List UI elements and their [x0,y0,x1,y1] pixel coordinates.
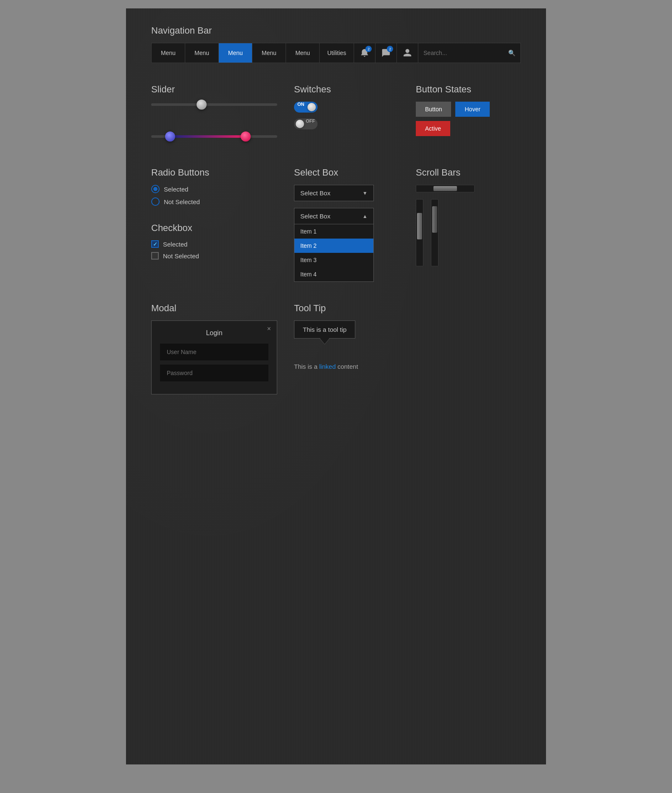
select-item-3[interactable]: Item 3 [294,253,373,267]
radio-not-selected-label: Not Selected [164,198,200,205]
switch-row-off: OFF [294,118,399,129]
switch-off-knob [296,120,304,128]
nav-notifications-btn[interactable]: 2 [354,43,375,63]
tooltip-text: This is a tool tip [303,326,346,333]
scrollbar-vertical-track-2[interactable] [431,199,438,266]
modal-section: Modal × Login [151,303,277,394]
nav-title: Navigation Bar [151,25,521,36]
slider-fill-range [170,135,246,138]
scrollbar-vertical-track-1[interactable] [416,199,423,266]
slider-section: Slider [151,84,277,146]
switch-off[interactable]: OFF [294,118,318,129]
nav-search-area: 🔍 [418,43,520,63]
select-section: Select Box Select Box ▼ Select Box ▲ Ite… [294,167,399,282]
slider-thumb-right[interactable] [241,131,251,142]
nav-section: Navigation Bar Menu Menu Menu Menu Menu … [151,25,521,63]
select-item-4[interactable]: Item 4 [294,267,373,281]
switches-title: Switches [294,84,399,95]
slider-track-2[interactable] [151,135,277,138]
radio-selected-label: Selected [164,186,188,193]
button-states-section: Button States Button Hover Active [416,84,521,146]
tooltip-text-after: content [337,363,358,370]
checkmark-icon: ✓ [153,241,158,247]
modal-box: × Login [151,320,277,394]
switch-off-label: OFF [306,118,315,123]
radio-selected[interactable] [151,185,160,193]
checkbox-row-not-selected: Not Selected [151,252,277,260]
switch-row-on: ON [294,102,399,113]
search-icon[interactable]: 🔍 [508,50,515,56]
btn-default[interactable]: Button [416,102,451,117]
checkbox-row-selected: ✓ Selected [151,240,277,248]
select-dropdown-header[interactable]: Select Box ▲ [294,208,373,224]
search-input[interactable] [423,50,505,56]
checkbox-selected-label: Selected [163,241,187,248]
slider-thumb-left[interactable] [165,131,175,142]
slider-track-1[interactable] [151,103,277,106]
scrollbar-vertical-thumb-1[interactable] [417,213,422,239]
btn-row: Button Hover Active [416,102,521,136]
switch-on[interactable]: ON [294,102,318,113]
tooltip-section: Tool Tip This is a tool tip This is a li… [294,303,399,394]
modal-close-button[interactable]: × [267,325,271,333]
modal-heading: Login [160,329,268,337]
nav-menu-1[interactable]: Menu [152,43,185,63]
scrollbars-section: Scroll Bars [416,167,521,282]
modal-username-input[interactable] [160,344,268,360]
select-item-1[interactable]: Item 1 [294,224,373,239]
messages-badge: 2 [387,46,393,52]
radio-title: Radio Buttons [151,167,277,178]
select-arrow-up-icon: ▲ [362,213,368,219]
tooltip-content: This is a linked content [294,363,399,370]
radio-row-selected: Selected [151,185,277,193]
tooltip-link[interactable]: linked [319,363,336,370]
content-grid: Slider Switches ON [151,84,521,394]
btn-hover[interactable]: Hover [455,102,489,117]
checkbox-not-selected[interactable] [151,252,159,260]
slider-title: Slider [151,84,277,95]
modal-title-label: Modal [151,303,277,314]
nav-menu-4[interactable]: Menu [252,43,286,63]
radio-row-not-selected: Not Selected [151,197,277,206]
radio-inner-selected [153,187,158,191]
messages-icon-btn[interactable]: 2 [381,48,391,58]
scrollbar-horizontal-track[interactable] [416,185,475,192]
notifications-badge: 2 [365,46,372,52]
slider-fill-1 [151,103,202,106]
user-icon [403,48,412,58]
select-arrow-down-icon: ▼ [362,190,368,196]
tooltip-title: Tool Tip [294,303,399,314]
radio-not-selected[interactable] [151,197,160,206]
tooltip-box: This is a tool tip [294,320,355,339]
switch-on-knob [307,103,316,111]
switches-section: Switches ON OFF [294,84,399,146]
select-item-2[interactable]: Item 2 [294,239,373,253]
nav-menu-3[interactable]: Menu [219,43,252,63]
nav-utilities: Utilities [320,43,354,63]
nav-menu-5[interactable]: Menu [286,43,320,63]
tooltip-text-before: This is a [294,363,318,370]
tooltip-arrow-icon [320,339,330,344]
slider-thumb-1[interactable] [197,100,207,110]
select-dropdown: Select Box ▲ Item 1 Item 2 Item 3 Item 4 [294,208,374,282]
btn-active[interactable]: Active [416,121,450,136]
select-title: Select Box [294,167,399,178]
checkbox-selected[interactable]: ✓ [151,240,159,248]
notifications-icon-btn[interactable]: 2 [360,48,369,58]
nav-user-btn[interactable] [397,43,418,63]
select-box-value: Select Box [300,189,331,197]
radio-section: Radio Buttons Selected Not Selected Chec… [151,167,277,282]
scrollbars-title: Scroll Bars [416,167,521,178]
switch-on-label: ON [297,102,304,107]
modal-password-input[interactable] [160,365,268,381]
scrollbar-vertical-thumb-2[interactable] [432,206,437,233]
checkbox-not-selected-label: Not Selected [163,252,199,260]
button-states-title: Button States [416,84,521,95]
nav-messages-btn[interactable]: 2 [375,43,397,63]
scrollbar-horizontal-thumb[interactable] [433,186,457,191]
navbar: Menu Menu Menu Menu Menu Utilities [151,43,521,63]
checkbox-title: Checkbox [151,223,277,234]
main-container: Navigation Bar Menu Menu Menu Menu Menu … [126,8,546,764]
nav-menu-2[interactable]: Menu [185,43,219,63]
select-box-closed[interactable]: Select Box ▼ [294,185,374,201]
